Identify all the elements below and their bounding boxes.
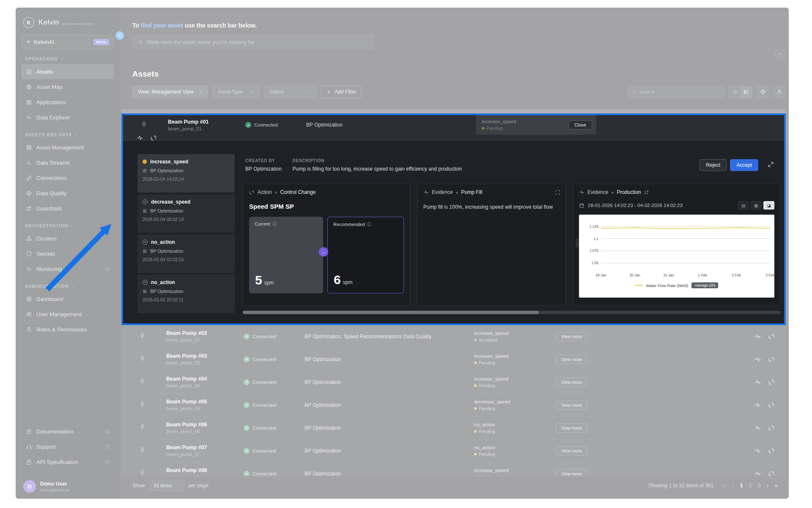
asset-name[interactable]: Beam Pump #02 [166,330,244,336]
sidebar-item-dashboard[interactable]: Dashboard [22,291,114,306]
sidebar-item-support[interactable]: Support [22,439,114,454]
chart-toggle-grid-icon[interactable]: ▦ [751,201,762,210]
previous-page-icon[interactable]: ‹ [732,482,734,489]
add-filter-button[interactable]: Add Filter [321,86,362,98]
asset-name[interactable]: Beam Pump #03 [166,353,244,359]
detail-view-toggle[interactable] [741,86,752,98]
recommendation-list-item[interactable]: ×no_action BP Optimization 2026-02-03 20… [137,275,235,313]
sidebar-item-user-management[interactable]: User Management [22,306,114,322]
date-range[interactable]: 28-01-2026 14:02:23 - 04-02-2026 14:02:2… [588,203,683,208]
pin-icon[interactable] [139,355,145,362]
section-administration[interactable]: ADMINISTRATION [25,284,110,289]
table-row[interactable]: Beam Pump #02beam_pump_02 Connected BP O… [121,325,786,348]
kelvinai-item[interactable]: ✦ KelvinAI BETA [22,35,114,49]
page-number[interactable]: 1 [740,483,743,489]
sidebar-collapse-button[interactable] [115,31,124,40]
view-more-button[interactable]: View more [556,469,587,476]
pin-icon[interactable] [139,401,145,407]
section-orchestration[interactable]: ORCHESTRATION [25,224,110,228]
scroll-top-button[interactable] [774,48,785,59]
closed-loop-icon[interactable] [150,135,157,141]
sidebar-item-guardrails[interactable]: Guardrails [22,201,114,216]
view-select[interactable]: View: Management View [132,86,208,98]
asset-name[interactable]: Beam Pump #07 [166,444,244,450]
sidebar-item-clusters[interactable]: Clusters [22,231,114,246]
fullscreen-icon[interactable] [555,189,560,197]
table-row[interactable]: Beam Pump #05beam_pump_05 Connected BP O… [121,394,786,417]
external-link-icon[interactable] [644,190,649,195]
sidebar-item-data-explorer[interactable]: Data Explorer [22,110,114,125]
view-more-button[interactable]: View more [556,400,587,410]
sidebar-item-applications[interactable]: Applications [22,94,114,110]
sidebar-item-asset-map[interactable]: Asset Map [22,79,114,94]
closed-loop-icon[interactable] [768,425,775,431]
closed-loop-icon[interactable] [768,356,775,363]
table-row[interactable]: Beam Pump #03beam_pump_03 Connected BP O… [121,348,786,371]
view-more-button[interactable]: View more [556,355,587,364]
table-row[interactable]: Beam Pump #04beam_pump_04 Connected BP O… [121,371,786,394]
view-more-button[interactable]: View more [556,378,587,387]
asset-name[interactable]: Beam Pump #01 [168,119,245,125]
closed-loop-icon[interactable] [768,470,775,476]
sidebar-item-roles-permissions[interactable]: Roles & Permissions [22,322,114,337]
next-page-icon[interactable]: › [767,482,769,489]
sidebar-item-data-streams[interactable]: Data Streams [22,155,114,170]
compact-view-toggle[interactable] [729,86,741,98]
sidebar-item-api-specification[interactable]: API Specification [22,454,114,469]
closed-loop-icon[interactable] [768,333,775,340]
sidebar-item-asset-management[interactable]: Asset Management [22,140,114,155]
asset-name[interactable]: Beam Pump #08 [166,467,244,473]
sidebar-item-assets[interactable]: Assets [22,64,114,79]
closed-loop-icon[interactable] [768,379,775,386]
page-number[interactable]: 3 [758,483,761,489]
info-icon[interactable]: ⓘ [367,221,371,227]
sidebar-item-secrets[interactable]: Secrets [22,246,114,261]
sidebar-item-connections[interactable]: Connections [22,170,114,185]
data-explorer-icon[interactable] [754,333,761,340]
reject-button[interactable]: Reject [700,159,727,171]
horizontal-scrollbar[interactable] [243,311,781,314]
recommendation-list-item[interactable]: increase_speed BP Optimization 2026-02-0… [137,154,235,193]
find-your-asset-link[interactable]: find your asset [141,22,183,29]
closed-loop-icon[interactable] [768,447,775,454]
status-select[interactable]: Status [264,86,317,98]
last-page-icon[interactable]: » [774,482,778,489]
data-explorer-icon[interactable] [754,425,761,431]
table-row[interactable]: Beam Pump #06beam_pump_06 Connected BP O… [121,417,786,439]
data-explorer-icon[interactable] [754,356,761,363]
closed-loop-icon[interactable] [768,402,775,409]
view-more-button[interactable]: View more [556,332,587,341]
view-more-button[interactable]: View more [556,446,587,456]
items-per-page-select[interactable]: 32 items [149,480,184,491]
pin-icon[interactable] [139,447,145,453]
asset-search-input[interactable] [147,39,368,45]
table-settings-button[interactable] [757,86,769,98]
first-page-icon[interactable]: « [723,482,726,489]
data-explorer-icon[interactable] [754,447,761,454]
section-operations[interactable]: OPERATIONS [25,57,110,61]
expand-detail-icon[interactable] [768,161,774,169]
account-button[interactable] [773,86,785,98]
page-number[interactable]: 2 [749,483,752,489]
asset-name[interactable]: Beam Pump #05 [166,399,244,405]
close-button[interactable]: Close [568,120,592,130]
recommendation-list-item[interactable]: ×no_action BP Optimization 2026-02-04 02… [137,235,235,273]
asset-name[interactable]: Beam Pump #04 [166,376,244,382]
data-explorer-icon[interactable] [754,402,761,409]
asset-type-select[interactable]: Asset Type [212,86,260,98]
table-search-input[interactable] [639,89,720,94]
asset-name[interactable]: Beam Pump #06 [166,422,244,428]
data-explorer-icon[interactable] [754,470,761,476]
pin-icon[interactable] [141,121,147,127]
sidebar-item-documentation[interactable]: Documentation [22,424,114,439]
pin-icon[interactable] [139,378,145,384]
pin-icon[interactable] [139,424,145,430]
sidebar-item-data-quality[interactable]: Data Quality [22,185,114,201]
scrollbar-thumb[interactable] [243,311,539,314]
pin-icon[interactable] [139,469,145,476]
chart-toggle-area-icon[interactable]: ◪ [763,201,774,210]
accept-button[interactable]: Accept [730,159,758,171]
chart-toggle-table-icon[interactable]: ▤ [738,201,749,210]
table-row[interactable]: Beam Pump #08beam_pump_08 Connected BP O… [121,462,786,476]
view-more-button[interactable]: View more [556,423,587,433]
